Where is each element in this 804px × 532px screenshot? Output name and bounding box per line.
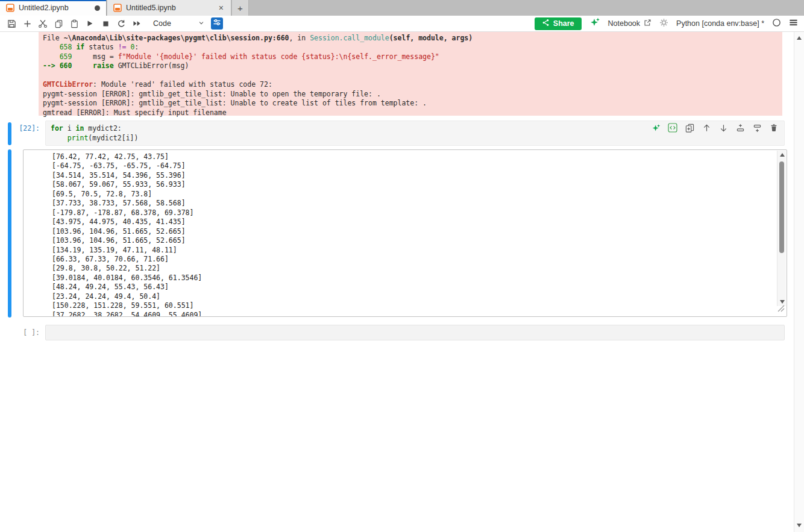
output-resize-handle[interactable] bbox=[777, 304, 785, 315]
restart-kernel-button[interactable] bbox=[113, 17, 129, 30]
move-cell-up-button[interactable] bbox=[702, 123, 711, 133]
tab-title: Untitled2.ipynb bbox=[19, 4, 90, 12]
scroll-up-icon[interactable] bbox=[777, 151, 787, 159]
view-settings-button[interactable] bbox=[211, 17, 223, 30]
notebook-toolbar: Code Share Notebook bbox=[0, 16, 804, 32]
share-button[interactable]: Share bbox=[535, 17, 582, 30]
main-menu-button[interactable] bbox=[789, 18, 798, 30]
scroll-up-icon[interactable] bbox=[794, 34, 804, 42]
save-button[interactable] bbox=[4, 17, 19, 30]
share-label: Share bbox=[553, 19, 574, 28]
cell-type-value: Code bbox=[153, 19, 171, 28]
move-cell-down-button[interactable] bbox=[718, 123, 728, 133]
insert-cell-button[interactable] bbox=[19, 17, 35, 30]
cell-output-area[interactable]: [76.42, 77.42, 42.75, 43.75][-64.75, -63… bbox=[23, 149, 787, 317]
cut-cells-button[interactable] bbox=[35, 17, 51, 30]
tab-title: Untitled5.ipynb bbox=[126, 4, 213, 12]
scroll-down-icon[interactable] bbox=[794, 521, 804, 530]
kernel-status-icon bbox=[772, 18, 781, 30]
close-tab-icon[interactable]: × bbox=[218, 4, 225, 12]
settings-sliders-icon bbox=[212, 17, 222, 30]
tab-untitled2[interactable]: Untitled2.ipynb bbox=[0, 0, 107, 16]
run-all-button[interactable] bbox=[129, 17, 145, 30]
ai-sparkle-cell-icon[interactable] bbox=[651, 123, 661, 133]
chevron-down-icon bbox=[198, 19, 205, 28]
execution-count-prompt: [22]: bbox=[0, 124, 40, 133]
stop-button[interactable] bbox=[98, 17, 113, 30]
output-text: [76.42, 77.42, 42.75, 43.75][-64.75, -63… bbox=[24, 152, 774, 316]
kernel-name[interactable]: Python [conda env:base] * bbox=[676, 19, 764, 28]
notebook-file-icon bbox=[6, 4, 14, 12]
output-scrollbar[interactable] bbox=[777, 151, 786, 306]
external-link-icon bbox=[644, 19, 652, 28]
notebook-file-icon bbox=[113, 4, 122, 12]
jupyter-notebook-app: Untitled2.ipynb Untitled5.ipynb × + bbox=[0, 0, 804, 532]
notebook-link[interactable]: Notebook bbox=[608, 19, 652, 28]
empty-execution-prompt: [ ]: bbox=[0, 328, 40, 337]
duplicate-cell-button[interactable] bbox=[685, 123, 694, 133]
main-scrollbar[interactable] bbox=[794, 32, 804, 532]
insert-cell-above-button[interactable] bbox=[735, 123, 745, 133]
cell-toolbar bbox=[651, 123, 779, 133]
gear-icon[interactable] bbox=[659, 18, 668, 30]
tab-untitled5[interactable]: Untitled5.ipynb × bbox=[107, 0, 231, 16]
format-code-button[interactable] bbox=[668, 123, 677, 133]
cell-output-collapser[interactable] bbox=[8, 149, 11, 318]
active-tab-indicator bbox=[0, 0, 106, 1]
insert-cell-below-button[interactable] bbox=[752, 123, 762, 133]
cell-type-dropdown[interactable]: Code bbox=[153, 19, 205, 28]
unsaved-changes-icon bbox=[95, 5, 100, 11]
error-traceback-output: File ~\Anaconda\Lib\site-packages\pygmt\… bbox=[39, 32, 782, 116]
ai-sparkle-icon[interactable] bbox=[589, 17, 600, 30]
share-icon bbox=[542, 19, 550, 28]
empty-cell-input[interactable] bbox=[45, 325, 785, 340]
delete-cell-button[interactable] bbox=[769, 123, 779, 133]
paste-cells-button[interactable] bbox=[66, 17, 82, 30]
new-tab-button[interactable]: + bbox=[232, 0, 249, 16]
copy-cells-button[interactable] bbox=[51, 17, 66, 30]
tab-bar: Untitled2.ipynb Untitled5.ipynb × + bbox=[0, 0, 804, 16]
run-button[interactable] bbox=[82, 17, 98, 30]
output-scrollbar-thumb[interactable] bbox=[779, 161, 784, 253]
notebook-link-label: Notebook bbox=[608, 19, 641, 28]
